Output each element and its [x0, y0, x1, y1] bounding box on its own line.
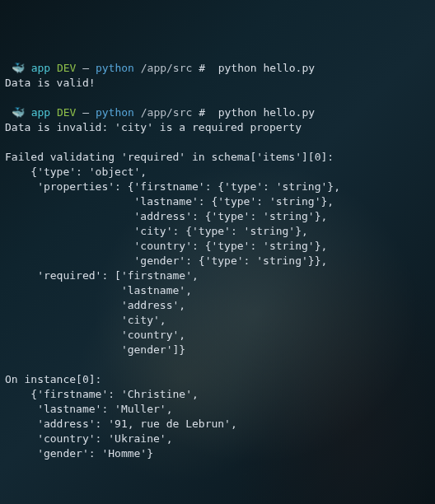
prompt-separator: —: [82, 62, 89, 74]
output-line: 'lastname': 'Muller',: [5, 403, 173, 415]
output-line: 'country': 'Ukraine',: [5, 432, 173, 445]
prompt-app: app: [31, 106, 50, 119]
output-valid: Data is valid!: [5, 77, 96, 89]
command-1: python hello.py: [218, 62, 315, 74]
docker-whale-icon: 🐳: [12, 106, 25, 119]
command-2: python hello.py: [218, 106, 315, 119]
prompt-line-1[interactable]: 🐳 app DEV — python /app/src # python hel…: [5, 62, 315, 74]
prompt-path: /app/src: [141, 106, 193, 119]
output-line: 'lastname',: [5, 284, 192, 296]
output-line: 'address',: [5, 299, 185, 311]
output-line: 'address': {'type': 'string'},: [5, 210, 327, 222]
prompt-path: /app/src: [141, 62, 193, 74]
output-line: On instance[0]:: [5, 373, 101, 385]
output-line: 'lastname': {'type': 'string'},: [5, 195, 334, 208]
output-line: {'type': 'object',: [5, 166, 147, 178]
output-line: Data is invalid: 'city' is a required pr…: [5, 121, 302, 133]
prompt-env: DEV: [57, 106, 76, 119]
prompt-hash: #: [199, 106, 205, 119]
prompt-app: app: [31, 62, 50, 74]
output-line: 'gender']}: [5, 343, 185, 356]
output-line: 'city',: [5, 314, 166, 326]
terminal-output: 🐳 app DEV — python /app/src # python hel…: [5, 61, 430, 461]
prompt-separator: —: [82, 106, 89, 119]
output-line: {'firstname': 'Christine',: [5, 388, 199, 400]
output-line: 'gender': 'Homme'}: [5, 447, 153, 460]
docker-whale-icon: 🐳: [12, 62, 25, 74]
output-line: 'gender': {'type': 'string'}},: [5, 254, 327, 267]
output-line: Failed validating 'required' in schema['…: [5, 151, 334, 163]
output-line: 'required': ['firstname',: [5, 269, 199, 282]
prompt-line-2[interactable]: 🐳 app DEV — python /app/src # python hel…: [5, 106, 315, 119]
prompt-hash: #: [199, 62, 205, 74]
output-line: 'properties': {'firstname': {'type': 'st…: [5, 180, 340, 193]
output-line: 'country': {'type': 'string'},: [5, 240, 327, 252]
output-line: 'country',: [5, 329, 185, 341]
prompt-context: python: [96, 106, 134, 119]
output-line: 'address': '91, rue de Lebrun',: [5, 418, 237, 430]
prompt-env: DEV: [57, 62, 76, 74]
prompt-context: python: [96, 62, 134, 74]
output-line: 'city': {'type': 'string'},: [5, 225, 308, 237]
